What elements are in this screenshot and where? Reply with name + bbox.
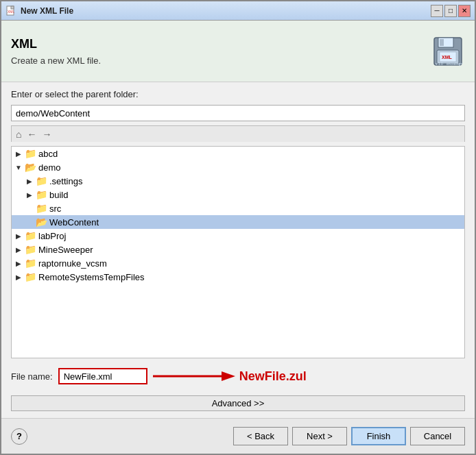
xml-file-icon: XML [5, 5, 16, 16]
content: Enter or select the parent folder: ⌂ ← →… [1, 82, 475, 418]
forward-toolbar-button[interactable]: → [40, 129, 53, 140]
tree-item-minesweeper[interactable]: ▶ 📁 MineSweeper [12, 243, 464, 256]
icon-abcd: 📁 [25, 148, 36, 159]
footer-left: ? [11, 428, 27, 445]
tree-item-build[interactable]: ▶ 📁 build [12, 188, 464, 201]
arrow-abcd: ▶ [14, 150, 23, 158]
header-section: XML Create a new XML file. XML v 1.0 enc… [1, 21, 475, 82]
advanced-button[interactable]: Advanced >> [11, 395, 465, 411]
cancel-button[interactable]: Cancel [410, 427, 465, 445]
svg-marker-12 [222, 371, 235, 381]
svg-text:XML: XML [8, 10, 15, 14]
label-settings: .settings [49, 176, 82, 186]
tree-item-abcd[interactable]: ▶ 📁 abcd [12, 147, 464, 160]
folder-label: Enter or select the parent folder: [11, 89, 465, 99]
filename-label: File name: [11, 371, 53, 382]
header-icon: XML v 1.0 encoding="1.4" [431, 34, 465, 69]
finish-button[interactable]: Finish [351, 427, 406, 445]
svg-rect-5 [440, 39, 444, 46]
filename-row: File name: NewFile.zul [11, 367, 465, 386]
footer: ? < Back Next > Finish Cancel [1, 418, 475, 454]
icon-raptornuke: 📁 [25, 258, 36, 269]
back-button[interactable]: < Back [233, 427, 288, 445]
arrow-raptornuke: ▶ [14, 260, 23, 267]
icon-build: 📁 [36, 189, 47, 200]
icon-demo: 📂 [25, 162, 36, 173]
folder-path-input[interactable] [11, 105, 465, 121]
help-button[interactable]: ? [11, 428, 27, 445]
icon-labproj: 📁 [25, 230, 36, 241]
icon-settings: 📁 [36, 175, 47, 186]
label-build: build [49, 190, 68, 200]
label-demo: demo [38, 162, 61, 173]
tree-item-demo[interactable]: ▼ 📂 demo [12, 160, 464, 174]
arrow-labproj: ▶ [14, 232, 23, 240]
arrow-demo: ▼ [14, 164, 23, 171]
maximize-button[interactable]: □ [444, 5, 457, 17]
label-minesweeper: MineSweeper [38, 245, 93, 255]
title-bar-controls: ─ □ ✕ [431, 5, 471, 17]
title-bar: XML New XML File ─ □ ✕ [1, 1, 475, 21]
tree-item-webcontent[interactable]: 📂 WebContent [12, 215, 464, 229]
svg-text:XML: XML [442, 55, 453, 60]
arrow-annotation: NewFile.zul [153, 367, 307, 386]
svg-text:v 1.0: v 1.0 [436, 62, 443, 66]
close-button[interactable]: ✕ [458, 5, 471, 17]
title-bar-left: XML New XML File [5, 5, 73, 16]
tree-container[interactable]: ▶ 📁 abcd ▼ 📂 demo ▶ 📁 .settings ▶ 📁 buil… [11, 146, 465, 358]
tree-item-settings[interactable]: ▶ 📁 .settings [12, 174, 464, 188]
icon-remote: 📁 [25, 271, 36, 282]
icon-minesweeper: 📁 [25, 244, 36, 255]
window-title: New XML File [21, 6, 73, 16]
header-subtitle: Create a new XML file. [11, 56, 101, 66]
label-src: src [49, 204, 61, 214]
next-button[interactable]: Next > [292, 427, 347, 445]
svg-rect-1 [11, 6, 14, 9]
label-webcontent: WebContent [49, 217, 99, 228]
header-title: XML [11, 37, 101, 51]
label-labproj: labProj [38, 231, 66, 241]
annotation-text: NewFile.zul [239, 369, 307, 384]
arrow-minesweeper: ▶ [14, 246, 23, 254]
tree-item-labproj[interactable]: ▶ 📁 labProj [12, 229, 464, 243]
tree-item-raptornuke[interactable]: ▶ 📁 raptornuke_vcsm [12, 256, 464, 270]
tree-item-src[interactable]: 📁 src [12, 201, 464, 215]
back-toolbar-button[interactable]: ← [25, 129, 38, 140]
arrow-remote: ▶ [14, 273, 23, 281]
arrow-settings: ▶ [25, 177, 34, 185]
filename-input-wrap [58, 368, 147, 384]
label-raptornuke: raptornuke_vcsm [38, 258, 107, 269]
header-text: XML Create a new XML file. [11, 37, 101, 66]
minimize-button[interactable]: ─ [431, 5, 443, 17]
home-button[interactable]: ⌂ [14, 129, 23, 140]
label-remote: RemoteSystemsTempFiles [38, 272, 145, 282]
filename-input[interactable] [58, 368, 147, 384]
label-abcd: abcd [38, 149, 58, 159]
icon-src: 📁 [36, 203, 47, 214]
arrow-build: ▶ [25, 191, 34, 199]
svg-text:encoding="1.4": encoding="1.4" [447, 62, 463, 66]
icon-webcontent: 📂 [36, 217, 47, 228]
tree-toolbar: ⌂ ← → [11, 125, 465, 142]
footer-buttons: < Back Next > Finish Cancel [233, 427, 465, 445]
red-arrow-icon [153, 367, 235, 386]
tree-item-remote[interactable]: ▶ 📁 RemoteSystemsTempFiles [12, 270, 464, 284]
window: XML New XML File ─ □ ✕ XML Create a new … [0, 0, 476, 455]
